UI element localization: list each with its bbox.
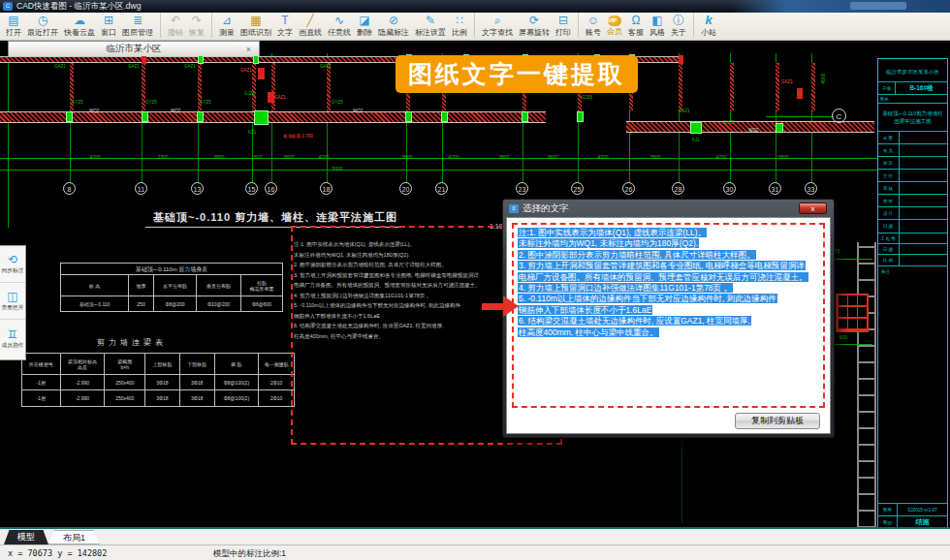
toolbar-button-label: 测量	[219, 27, 235, 38]
toolbar-button[interactable]: ╱ 画直线	[296, 13, 325, 38]
toolbar-button[interactable]: ✎ 标注设置	[412, 13, 449, 38]
extracted-text-area[interactable]: 注:1. 图中实线表示为墙体(Q1), 虚线表示连梁(LL)。未标注外墙均为WQ…	[512, 223, 825, 408]
highlighted-text: 注:1. 图中实线表示为墙体(Q1), 虚线表示连梁(LL)。	[518, 228, 707, 237]
toolbar-button-label: 画直线	[299, 27, 322, 38]
toolbar-button[interactable]: Ω 客服	[625, 13, 647, 38]
toolbar-button-label: 撤销	[168, 27, 183, 38]
highlighted-text: 钢筋伸入下部墙体长度不小于1.6LaE	[518, 305, 652, 315]
subproject-row: 子项 B-16#楼	[878, 82, 947, 95]
toolbar-button[interactable]: ⊿ 测量	[216, 13, 238, 38]
dimension-text: 600	[839, 334, 847, 340]
wall-tag-label: GJZ6	[244, 91, 255, 96]
toolbar-button-icon: ▤	[8, 14, 18, 27]
dialog-body: 注:1. 图中实线表示为墙体(Q1), 虚线表示连梁(LL)。未标注外墙均为WQ…	[506, 217, 831, 434]
toolbar-button[interactable]: T 文字	[274, 13, 296, 38]
titleblock-row: 比例	[878, 255, 947, 265]
toolbar-button[interactable]: ⓘ 关于	[668, 13, 694, 38]
toolbar-button[interactable]: ⊘ 隐藏标注	[375, 13, 412, 38]
table-cell: 3Φ18	[145, 375, 180, 390]
axis-bubble: 28	[672, 182, 684, 195]
table-cell: Φ6@600	[241, 296, 282, 311]
axis-bubble: 15	[245, 182, 258, 195]
toolbar-button[interactable]: ▦ 图纸识别	[238, 13, 274, 38]
toolbar-button[interactable]: ↶ 撤销	[165, 13, 186, 38]
toolbar-button-label: 会员	[607, 26, 622, 37]
table-cell: 梁顶相对标高 高差	[61, 354, 106, 375]
beam-table-row: -1层-2.990250x4003Φ183Φ18Φ8@100(2)2Φ10	[22, 375, 294, 390]
copy-to-clipboard-button[interactable]: 复制到剪贴板	[735, 413, 820, 429]
left-panel-button[interactable]: ◫ 查看照片	[0, 283, 25, 320]
toolbar-button[interactable]: VIP 会员	[604, 13, 625, 37]
toolbar-button[interactable]: ≣ 图层管理	[119, 13, 161, 38]
toolbar-button-label: 屏幕旋转	[519, 27, 550, 38]
beam-table-row: -1层-2.990250x4003Φ183Φ18Φ8@100(2)2Φ10	[22, 390, 294, 406]
titleblock-row-label: 日期	[878, 244, 900, 254]
toolbar-button-label: 账号	[586, 27, 601, 38]
table-cell: 所在楼层号	[22, 354, 61, 375]
titleblock-row-value	[900, 255, 947, 265]
titlebar-right-decoration	[732, 0, 950, 13]
toolbar-button-icon: ⓘ	[673, 14, 684, 27]
titleblock-row: 工程号	[878, 233, 947, 244]
table-cell: -1层	[22, 390, 61, 406]
tab-layout1[interactable]: 布局1	[48, 530, 100, 544]
extracted-text-line: 柱高度400mm, 柱中心与梁中线重合。	[518, 327, 819, 338]
extracted-text-line: 注:1. 图中实线表示为墙体(Q1), 虚线表示连梁(LL)。	[518, 228, 819, 238]
remark-area: 备注	[878, 266, 947, 503]
toolbar-button-icon: ↶	[171, 14, 180, 27]
sheet-number-row: 图号 SJZ015-结1-07	[878, 503, 947, 515]
document-tab[interactable]: 临沂市某小区 ×	[8, 41, 260, 56]
toolbar-button[interactable]: ↷ 恢复	[186, 13, 212, 38]
dimension-text: 4200	[448, 154, 459, 160]
toolbar-button[interactable]: ◷ 最近打开	[24, 13, 61, 38]
left-panel-button[interactable]: ⟲ 同步标注	[0, 246, 25, 283]
toolbar-button[interactable]: ∿ 任意线	[325, 13, 354, 38]
left-panel-label: 成员协作	[2, 341, 24, 350]
toolbar-button[interactable]: k 小站	[698, 13, 719, 38]
toolbar-button-icon: ⊿	[222, 14, 232, 27]
dialog-close-button[interactable]: x	[799, 202, 827, 214]
titleblock-row-value	[900, 207, 947, 219]
extracted-text-line: 电梯厂方设备图。所有墙体的预留洞、预埋套管应核对无误后方可浇注混凝土。	[518, 272, 819, 283]
dimension-text: 4200	[89, 154, 100, 160]
table-cell: 箍 筋	[215, 354, 260, 375]
titleblock-row: 主任	[878, 170, 947, 182]
detail-dim-line	[830, 344, 872, 345]
table-cell: 2Φ10	[259, 375, 294, 390]
toolbar-button[interactable]: ▤ 打开	[3, 13, 24, 38]
toolbar-button[interactable]: ∷ 比例	[449, 13, 475, 38]
toolbar-button-label: 客服	[628, 27, 644, 38]
toolbar-button[interactable]: ◪ 删除	[354, 13, 375, 38]
column-marker	[577, 111, 584, 122]
wall-tag-label: GAZ1	[240, 68, 252, 73]
table-cell: 每一侧腰筋	[259, 354, 294, 375]
titleblock-row-value	[900, 157, 947, 169]
toolbar-button[interactable]: ⌕ 文字查找	[479, 13, 516, 38]
column-marker	[66, 111, 73, 122]
dialog-title-bar[interactable]: ≡ 选择的文字	[503, 200, 834, 217]
tab-close-icon[interactable]: ×	[246, 45, 251, 54]
titleblock-row-value	[900, 182, 947, 194]
toolbar-button[interactable]: ☺ 账号	[583, 13, 604, 38]
document-tab-label: 临沂市某小区	[107, 43, 162, 55]
toolbar-button[interactable]: ⟳ 屏幕旋转	[516, 13, 553, 38]
toolbar-button-icon: ∿	[334, 14, 344, 27]
tab-model[interactable]: 模型	[4, 530, 48, 544]
title-bar[interactable]: C CAD快速看图 - 临沂市某小区.dwg	[0, 0, 950, 13]
left-panel-button[interactable]: ♊ 成员协作	[0, 320, 25, 357]
table-cell: 拉筋 梅花形布置	[241, 275, 282, 296]
toolbar-button[interactable]: ◧ 风格	[647, 13, 668, 38]
selected-text-dialog[interactable]: ≡ 选择的文字 x 注:1. 图中实线表示为墙体(Q1), 虚线表示连梁(LL)…	[502, 199, 835, 438]
column-marker	[142, 111, 148, 122]
left-panel-icon: ⟲	[8, 253, 17, 266]
detail-dim-line	[830, 259, 872, 260]
wall-segment	[811, 63, 815, 111]
toolbar-button[interactable]: ☁ 快看云盘	[61, 13, 98, 38]
titleblock-row: 日期	[878, 244, 947, 255]
toolbar-button[interactable]: ⊞ 窗口	[98, 13, 119, 38]
toolbar-button[interactable]: ⊟ 打印	[553, 13, 579, 38]
axis-bubble: 30	[723, 182, 736, 195]
axis-bubble: 16	[265, 182, 277, 195]
left-panel-icon: ♊	[8, 327, 18, 341]
axis-leader-c	[766, 116, 834, 117]
